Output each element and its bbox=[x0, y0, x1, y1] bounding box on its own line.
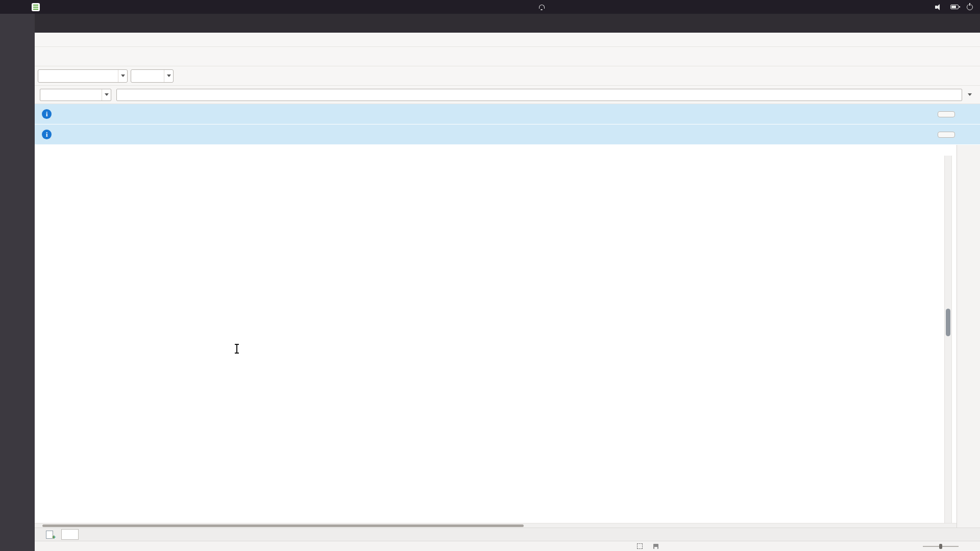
spreadsheet-grid bbox=[35, 145, 941, 523]
expand-formula-bar-icon[interactable] bbox=[965, 93, 975, 96]
status-bar bbox=[35, 541, 980, 551]
vertical-scrollbar[interactable] bbox=[944, 156, 952, 523]
mouse-cursor bbox=[236, 345, 237, 353]
power-icon[interactable] bbox=[967, 4, 973, 10]
font-size-dropdown-icon[interactable] bbox=[164, 70, 173, 82]
get-involved-button[interactable] bbox=[938, 111, 955, 117]
title-bar[interactable] bbox=[35, 14, 980, 33]
font-name-dropdown-icon[interactable] bbox=[118, 70, 127, 82]
desktop bbox=[0, 0, 980, 551]
notification-bar-getinvolved bbox=[35, 104, 980, 124]
formula-input-line[interactable] bbox=[116, 89, 962, 101]
info-icon bbox=[42, 130, 52, 139]
standard-toolbar bbox=[35, 47, 980, 66]
selection-mode-icon[interactable] bbox=[637, 541, 643, 551]
activities-button[interactable] bbox=[0, 0, 18, 14]
libreoffice-calc-window bbox=[35, 14, 980, 551]
zoom-control bbox=[919, 541, 963, 551]
spreadsheet-area bbox=[35, 145, 957, 523]
sheet-tab-bar bbox=[35, 528, 980, 541]
info-icon bbox=[42, 109, 52, 119]
font-size-combo[interactable] bbox=[131, 69, 174, 83]
notification-bar-donate bbox=[35, 124, 980, 145]
name-box[interactable] bbox=[40, 89, 111, 101]
horizontal-scrollbar[interactable] bbox=[35, 523, 957, 528]
battery-icon[interactable] bbox=[950, 5, 959, 9]
sidebar-tab-strip bbox=[957, 145, 980, 528]
libreoffice-calc-app-icon bbox=[32, 3, 40, 11]
horizontal-scrollbar-thumb[interactable] bbox=[42, 524, 524, 527]
volume-icon[interactable] bbox=[935, 4, 942, 10]
selection-mode-box bbox=[637, 543, 643, 549]
menu-bar bbox=[35, 33, 980, 47]
document-modified-icon[interactable] bbox=[653, 541, 658, 551]
dock bbox=[0, 14, 35, 551]
zoom-slider[interactable] bbox=[923, 546, 959, 547]
zoom-slider-thumb[interactable] bbox=[939, 544, 942, 549]
notifications-bell-icon[interactable] bbox=[539, 5, 545, 9]
save-state-icon bbox=[653, 544, 658, 549]
formatting-toolbar bbox=[35, 66, 980, 86]
name-box-dropdown-icon[interactable] bbox=[102, 89, 111, 101]
formula-bar bbox=[35, 86, 980, 104]
sheet-tab-active[interactable] bbox=[61, 529, 79, 540]
vertical-scrollbar-thumb[interactable] bbox=[946, 309, 950, 336]
donate-button[interactable] bbox=[938, 132, 955, 138]
system-status-area[interactable] bbox=[935, 4, 980, 10]
system-top-bar bbox=[0, 0, 980, 14]
add-sheet-button[interactable] bbox=[46, 531, 53, 539]
focused-app-indicator[interactable] bbox=[32, 3, 43, 11]
zoom-percent[interactable] bbox=[963, 541, 980, 551]
font-name-combo[interactable] bbox=[38, 69, 128, 83]
